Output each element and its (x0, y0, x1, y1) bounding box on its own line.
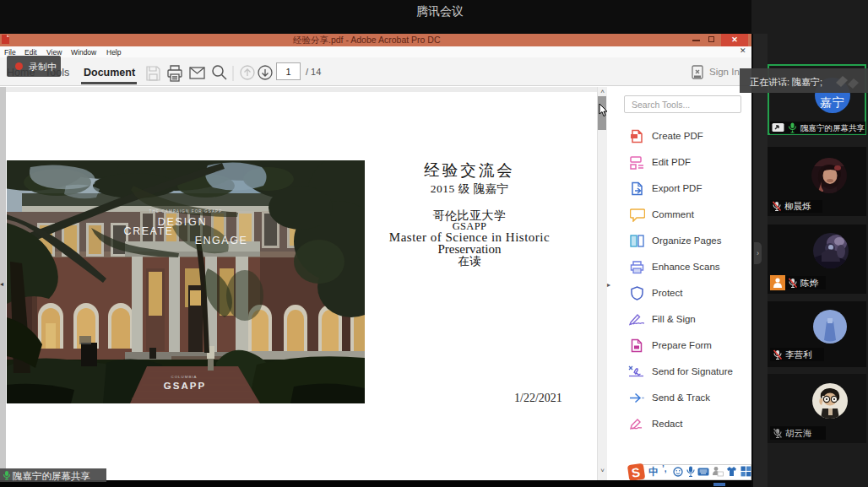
svg-text:ENGAGE: ENGAGE (195, 235, 248, 246)
svg-text:GSAPP: GSAPP (164, 381, 206, 391)
svg-text:COLUMBIA: COLUMBIA (171, 375, 198, 379)
svg-text:CREATE: CREATE (124, 225, 174, 237)
svg-text:THE CAMPAIGN FOR GSAPP: THE CAMPAIGN FOR GSAPP (149, 209, 223, 214)
